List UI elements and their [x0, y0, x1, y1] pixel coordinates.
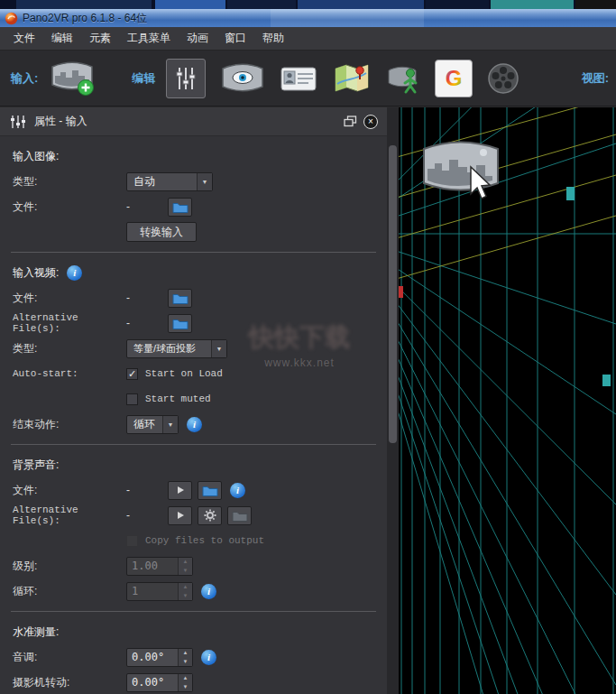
- folder-icon: [172, 318, 188, 329]
- menu-edit[interactable]: 编辑: [43, 27, 81, 50]
- viewer-button[interactable]: [220, 61, 265, 96]
- contact-sheet-icon: [280, 64, 317, 93]
- animation-editor-button[interactable]: [485, 60, 521, 97]
- play-alt-sound-button[interactable]: [168, 506, 192, 525]
- info-icon[interactable]: i: [187, 417, 202, 432]
- properties-panel-button[interactable]: [166, 59, 206, 98]
- map-icon: [332, 62, 372, 95]
- pitch-input[interactable]: [127, 649, 178, 666]
- type-label: 类型:: [13, 174, 126, 190]
- menu-tools[interactable]: 工具菜单: [119, 27, 179, 50]
- browse-alt-sound-button[interactable]: [227, 506, 252, 525]
- file-value: -: [126, 200, 168, 213]
- divider: [11, 444, 376, 445]
- info-icon[interactable]: i: [201, 650, 216, 665]
- toolbar-input-label: 输入:: [11, 70, 38, 87]
- properties-panel: 属性 - 输入 × 输入图像: 类型: 自动 ▼ 文件: -: [0, 107, 387, 694]
- browse-alt-video-button[interactable]: [168, 314, 192, 333]
- close-panel-button[interactable]: ×: [363, 115, 378, 129]
- file-label: 文件:: [13, 199, 126, 215]
- loop-label: 循环:: [13, 584, 126, 599]
- panorama-viewer-icon: [220, 61, 265, 96]
- loop-input: [127, 583, 178, 600]
- projection-value: 等量/球面投影: [127, 342, 211, 356]
- sliders-icon: [172, 65, 199, 92]
- video-alt-value: -: [126, 317, 168, 329]
- folder-icon: [232, 510, 248, 522]
- menu-file[interactable]: 文件: [5, 27, 43, 50]
- panorama-placeholder[interactable]: [418, 136, 509, 210]
- roll-spinner[interactable]: ▲▼: [126, 673, 193, 692]
- menu-animation[interactable]: 动画: [179, 27, 216, 50]
- sound-alt-label: Alternative File(s):: [13, 504, 126, 526]
- chevron-down-icon: ▼: [162, 416, 178, 433]
- section-background-sound: 背景声音:: [13, 458, 59, 473]
- scrollbar-thumb[interactable]: [389, 145, 397, 443]
- end-action-value: 循环: [127, 417, 162, 432]
- input-type-dropdown[interactable]: 自动 ▼: [126, 172, 213, 191]
- background-window-fragment: [298, 0, 424, 9]
- copy-files-label: Copy files to output: [145, 535, 264, 546]
- menu-help[interactable]: 帮助: [254, 27, 292, 50]
- svg-text:G: G: [446, 66, 463, 90]
- start-muted-checkbox[interactable]: ✓: [126, 393, 138, 405]
- google-maps-button[interactable]: G: [435, 60, 473, 97]
- video-file-value: -: [126, 291, 168, 304]
- titlebar-highlight: [271, 9, 424, 27]
- viewer-viewport[interactable]: [399, 107, 616, 694]
- background-windows-strip: [0, 0, 616, 9]
- sound-settings-button[interactable]: [198, 506, 222, 525]
- components-button[interactable]: [386, 61, 422, 96]
- info-icon[interactable]: i: [230, 483, 245, 498]
- chevron-down-icon: ▼: [197, 173, 212, 190]
- spin-up-icon[interactable]: ▲: [179, 674, 192, 683]
- toolbar-view-label: 视图:: [582, 70, 609, 87]
- properties-icon: [9, 115, 27, 129]
- window-title: Pano2VR pro 6.1.8 - 64位: [23, 11, 147, 26]
- grid-marker-red: [399, 286, 403, 298]
- pitch-spinner[interactable]: ▲▼: [126, 648, 193, 667]
- browse-image-button[interactable]: [168, 198, 192, 217]
- panel-body: 输入图像: 类型: 自动 ▼ 文件: - 转换输入 输入视频: i: [0, 136, 387, 694]
- spin-up-icon[interactable]: ▲: [179, 649, 192, 658]
- play-sound-button[interactable]: [168, 481, 192, 500]
- film-reel-icon: [485, 60, 521, 97]
- info-icon[interactable]: i: [201, 584, 216, 599]
- end-action-dropdown[interactable]: 循环 ▼: [126, 415, 179, 434]
- convert-input-button[interactable]: 转换输入: [126, 222, 197, 242]
- video-file-label: 文件:: [13, 291, 126, 306]
- browse-video-button[interactable]: [168, 289, 192, 308]
- copy-files-checkbox: ✓: [126, 535, 138, 547]
- projection-dropdown[interactable]: 等量/球面投影 ▼: [126, 339, 227, 358]
- menu-window[interactable]: 窗口: [216, 27, 254, 50]
- spin-down-icon[interactable]: ▼: [179, 657, 192, 666]
- background-window-fragment: [426, 0, 489, 9]
- video-alt-label: Alternative File(s):: [13, 312, 126, 334]
- menu-bar: 文件 编辑 元素 工具菜单 动画 窗口 帮助: [0, 27, 616, 51]
- grid-marker: [602, 375, 611, 386]
- play-icon: [176, 486, 185, 495]
- start-muted-label: Start muted: [145, 393, 211, 404]
- contact-sheet-button[interactable]: [280, 64, 317, 93]
- gear-icon: [204, 509, 216, 522]
- start-on-load-checkbox[interactable]: ✓: [126, 368, 138, 380]
- panel-scrollbar[interactable]: [387, 107, 399, 694]
- roll-input[interactable]: [127, 674, 178, 691]
- level-label: 级别:: [13, 559, 126, 574]
- panel-header[interactable]: 属性 - 输入 ×: [0, 107, 387, 136]
- window-titlebar[interactable]: Pano2VR pro 6.1.8 - 64位: [0, 9, 616, 27]
- info-icon[interactable]: i: [67, 265, 82, 281]
- tour-map-button[interactable]: [332, 62, 372, 95]
- background-window-fragment: [575, 0, 616, 9]
- menu-elements[interactable]: 元素: [81, 27, 119, 50]
- play-icon: [176, 511, 185, 520]
- add-input-button[interactable]: [49, 60, 96, 97]
- start-on-load-label: Start on Load: [145, 368, 223, 379]
- divider: [11, 611, 376, 612]
- figure-icon: [386, 61, 422, 96]
- spin-down-icon[interactable]: ▼: [179, 682, 192, 691]
- browse-sound-button[interactable]: [198, 481, 222, 500]
- app-icon[interactable]: [5, 12, 18, 25]
- folder-icon: [202, 485, 218, 496]
- undock-button[interactable]: [344, 116, 357, 127]
